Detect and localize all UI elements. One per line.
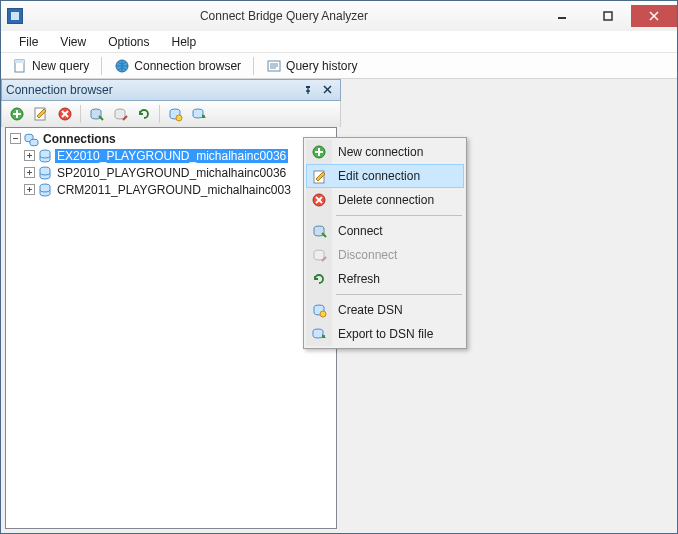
export-icon bbox=[311, 326, 327, 342]
pin-button[interactable] bbox=[300, 82, 316, 98]
menu-file[interactable]: File bbox=[9, 33, 48, 51]
tree-node[interactable]: SP2010_PLAYGROUND_michalhainc0036 bbox=[6, 164, 336, 181]
app-window: Connect Bridge Query Analyzer File View … bbox=[0, 0, 678, 534]
ctx-label: New connection bbox=[338, 145, 423, 159]
delete-icon bbox=[57, 106, 73, 122]
tree-node-label: EX2010_PLAYGROUND_michalhainc0036 bbox=[55, 149, 288, 163]
tree-root-label: Connections bbox=[41, 132, 118, 146]
globe-icon bbox=[114, 58, 130, 74]
disconnect-icon bbox=[112, 106, 128, 122]
new-query-label: New query bbox=[32, 59, 89, 73]
refresh-icon bbox=[136, 106, 152, 122]
toolbar-separator bbox=[159, 105, 160, 123]
ctx-edit-connection[interactable]: Edit connection bbox=[306, 164, 464, 188]
panel-header: Connection browser bbox=[1, 79, 341, 101]
refresh-button[interactable] bbox=[133, 103, 155, 125]
context-menu: New connection Edit connection Delete co… bbox=[303, 137, 467, 349]
ctx-export-dsn[interactable]: Export to DSN file bbox=[306, 322, 464, 346]
svg-point-25 bbox=[176, 115, 182, 121]
context-menu-separator bbox=[336, 215, 462, 216]
create-dsn-button[interactable] bbox=[164, 103, 186, 125]
expander-icon[interactable] bbox=[24, 184, 35, 195]
connection-browser-panel: Connection browser bbox=[1, 79, 341, 533]
database-icon bbox=[37, 148, 53, 164]
query-history-button[interactable]: Query history bbox=[259, 55, 364, 77]
plus-icon bbox=[9, 106, 25, 122]
panel-close-button[interactable] bbox=[320, 82, 336, 98]
edit-icon bbox=[312, 169, 328, 185]
ctx-label: Delete connection bbox=[338, 193, 434, 207]
dsn-icon bbox=[167, 106, 183, 122]
window-title: Connect Bridge Query Analyzer bbox=[29, 9, 539, 23]
svg-point-44 bbox=[320, 311, 326, 317]
dsn-icon bbox=[311, 302, 327, 318]
tree-node-label: SP2010_PLAYGROUND_michalhainc0036 bbox=[55, 166, 288, 180]
app-icon bbox=[7, 8, 23, 24]
menu-bar: File View Options Help bbox=[1, 31, 677, 53]
toolbar-separator bbox=[253, 57, 254, 75]
refresh-icon bbox=[311, 271, 327, 287]
svg-rect-5 bbox=[15, 60, 24, 63]
connections-icon bbox=[23, 131, 39, 147]
connect-icon bbox=[311, 223, 327, 239]
connection-browser-button[interactable]: Connection browser bbox=[107, 55, 248, 77]
database-icon bbox=[37, 165, 53, 181]
close-button[interactable] bbox=[631, 5, 677, 27]
context-menu-separator bbox=[336, 294, 462, 295]
pin-icon bbox=[303, 85, 313, 95]
edit-connection-button[interactable] bbox=[30, 103, 52, 125]
document-icon bbox=[12, 58, 28, 74]
ctx-label: Edit connection bbox=[338, 169, 420, 183]
ctx-connect[interactable]: Connect bbox=[306, 219, 464, 243]
connection-tree[interactable]: Connections EX2010_PLAYGROUND_michalhain… bbox=[5, 127, 337, 529]
main-toolbar: New query Connection browser Query histo… bbox=[1, 53, 677, 79]
content-area: Connection browser bbox=[1, 79, 677, 533]
tree-node-label: CRM2011_PLAYGROUND_michalhainc003 bbox=[55, 183, 293, 197]
title-bar: Connect Bridge Query Analyzer bbox=[1, 1, 677, 31]
export-dsn-button[interactable] bbox=[188, 103, 210, 125]
disconnect-icon bbox=[311, 247, 327, 263]
plus-icon bbox=[311, 144, 327, 160]
export-icon bbox=[191, 106, 207, 122]
toolbar-separator bbox=[80, 105, 81, 123]
maximize-button[interactable] bbox=[585, 5, 631, 27]
ctx-label: Connect bbox=[338, 224, 383, 238]
database-icon bbox=[37, 182, 53, 198]
minimize-button[interactable] bbox=[539, 5, 585, 27]
tree-root[interactable]: Connections bbox=[6, 130, 336, 147]
tree-node[interactable]: CRM2011_PLAYGROUND_michalhainc003 bbox=[6, 181, 336, 198]
menu-view[interactable]: View bbox=[50, 33, 96, 51]
menu-help[interactable]: Help bbox=[162, 33, 207, 51]
window-controls bbox=[539, 5, 677, 27]
maximize-icon bbox=[603, 11, 613, 21]
connection-browser-label: Connection browser bbox=[134, 59, 241, 73]
svg-rect-11 bbox=[306, 86, 310, 88]
menu-options[interactable]: Options bbox=[98, 33, 159, 51]
delete-connection-button[interactable] bbox=[54, 103, 76, 125]
history-icon bbox=[266, 58, 282, 74]
ctx-create-dsn[interactable]: Create DSN bbox=[306, 298, 464, 322]
expander-icon[interactable] bbox=[24, 167, 35, 178]
tree-node[interactable]: EX2010_PLAYGROUND_michalhainc0036 bbox=[6, 147, 336, 164]
new-connection-button[interactable] bbox=[6, 103, 28, 125]
ctx-label: Refresh bbox=[338, 272, 380, 286]
panel-title: Connection browser bbox=[6, 83, 296, 97]
svg-rect-1 bbox=[604, 12, 612, 20]
close-icon bbox=[323, 85, 333, 95]
disconnect-button[interactable] bbox=[109, 103, 131, 125]
toolbar-separator bbox=[101, 57, 102, 75]
ctx-label: Disconnect bbox=[338, 248, 397, 262]
minimize-icon bbox=[557, 11, 567, 21]
close-icon bbox=[649, 11, 659, 21]
connect-button[interactable] bbox=[85, 103, 107, 125]
query-history-label: Query history bbox=[286, 59, 357, 73]
connect-icon bbox=[88, 106, 104, 122]
edit-icon bbox=[33, 106, 49, 122]
new-query-button[interactable]: New query bbox=[5, 55, 96, 77]
expander-icon[interactable] bbox=[24, 150, 35, 161]
ctx-new-connection[interactable]: New connection bbox=[306, 140, 464, 164]
ctx-disconnect: Disconnect bbox=[306, 243, 464, 267]
ctx-delete-connection[interactable]: Delete connection bbox=[306, 188, 464, 212]
expander-icon[interactable] bbox=[10, 133, 21, 144]
ctx-refresh[interactable]: Refresh bbox=[306, 267, 464, 291]
